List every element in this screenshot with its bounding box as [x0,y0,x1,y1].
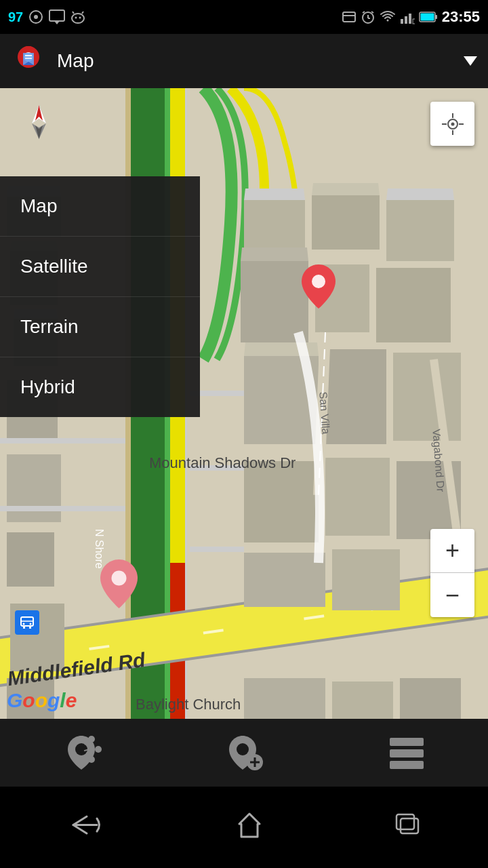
menu-item-satellite[interactable]: Satellite [0,237,200,297]
android-status-icon [70,9,85,24]
gps-status-icon [28,9,43,24]
app-icon [11,43,46,79]
message-status-icon [49,9,65,24]
svg-rect-9 [343,12,355,22]
svg-rect-125 [396,814,414,829]
svg-rect-59 [241,261,308,342]
svg-point-4 [72,14,84,23]
battery-icon [419,11,438,23]
compass [20,102,58,149]
svg-point-91 [451,122,454,125]
title-bar[interactable]: Map [0,34,488,88]
status-left-icons: 97 [8,9,85,25]
map-area[interactable]: Mountain Shadows Dr San Villa Vagabond D… [0,88,488,719]
svg-rect-53 [244,200,305,248]
svg-rect-66 [393,353,461,441]
svg-point-112 [95,746,102,753]
street-label-mountain-shadows: Mountain Shadows Dr [149,454,296,472]
svg-rect-19 [413,19,415,24]
svg-point-109 [112,571,127,586]
signal-icon [400,9,415,24]
layers-button[interactable] [386,734,427,772]
gps-button-icon [441,112,465,136]
nfc-icon [342,9,357,24]
svg-marker-3 [54,21,60,24]
back-button[interactable] [66,813,104,842]
svg-point-8 [79,17,81,19]
church-label: Baylight Church [136,696,241,713]
location-pin-bottom [100,559,138,611]
svg-rect-121 [390,738,424,746]
status-right-icons: 23:55 [342,8,480,26]
svg-marker-124 [239,814,260,837]
svg-rect-57 [386,200,454,261]
svg-line-5 [73,12,74,14]
battery-percentage: 97 [8,9,23,25]
app-title: Map [57,50,94,72]
svg-rect-97 [23,626,25,629]
android-nav-bar [0,787,488,868]
svg-line-14 [363,12,365,13]
svg-rect-68 [325,458,390,536]
svg-point-110 [75,743,87,755]
svg-rect-16 [401,19,403,24]
menu-item-terrain[interactable]: Terrain [0,297,200,357]
zoom-controls[interactable]: + − [430,529,474,617]
add-location-button[interactable] [224,732,264,773]
share-location-icon [61,732,102,773]
zoom-in-button[interactable]: + [430,529,474,573]
svg-rect-52 [7,532,54,587]
svg-rect-122 [390,749,424,757]
add-location-icon [224,732,264,773]
share-location-button[interactable] [61,732,102,773]
svg-point-101 [30,623,32,625]
svg-point-1 [34,15,38,19]
svg-rect-65 [325,349,386,444]
home-button[interactable] [236,812,263,844]
recents-button[interactable] [395,813,422,842]
svg-rect-67 [244,461,319,542]
svg-marker-56 [312,183,380,195]
alarm-icon [361,9,375,24]
svg-rect-98 [29,626,31,629]
dropdown-arrow-icon[interactable] [464,56,477,66]
bus-stop-icon-left [15,610,39,635]
svg-rect-51 [7,454,61,522]
svg-rect-21 [435,15,437,19]
svg-rect-126 [401,818,418,833]
status-time: 23:55 [442,8,480,26]
svg-point-7 [75,17,77,19]
svg-rect-62 [376,268,451,342]
svg-point-108 [312,275,325,288]
menu-item-map[interactable]: Map [0,176,200,237]
status-bar: 97 [0,0,488,34]
wifi-icon [380,9,396,24]
svg-marker-60 [241,248,308,261]
google-logo: Google [7,689,77,712]
svg-marker-54 [244,189,305,200]
svg-rect-17 [405,16,407,24]
svg-rect-2 [49,10,64,21]
svg-rect-83 [332,682,393,719]
location-pin-top [302,264,336,311]
svg-rect-22 [420,14,434,21]
bottom-nav-bar [0,719,488,787]
svg-rect-84 [400,678,461,719]
svg-marker-58 [386,189,454,200]
map-type-dropdown[interactable]: Map Satellite Terrain Hybrid [0,176,200,417]
svg-rect-18 [409,14,411,24]
zoom-out-button[interactable]: − [430,573,474,617]
svg-line-15 [371,12,373,13]
gps-button[interactable] [430,102,474,146]
svg-point-117 [237,743,249,755]
layers-icon [386,734,427,772]
svg-rect-70 [244,553,325,607]
svg-line-6 [82,12,83,14]
svg-rect-123 [390,761,424,769]
menu-item-hybrid[interactable]: Hybrid [0,357,200,417]
svg-rect-82 [244,678,325,719]
svg-rect-55 [312,195,380,250]
svg-point-100 [23,623,25,625]
svg-rect-71 [332,549,400,610]
